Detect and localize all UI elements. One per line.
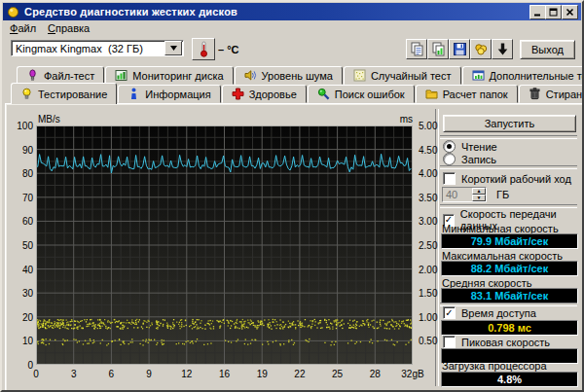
temperature-label: – °C <box>218 44 239 55</box>
tab-information[interactable]: Информация <box>118 85 220 103</box>
tab-testing[interactable]: Тестирование <box>11 83 117 104</box>
down-arrow-icon <box>495 42 510 56</box>
tab-health[interactable]: Здоровье <box>222 85 307 103</box>
y-axis-left-tick: 60 <box>8 216 33 227</box>
tab-label: Мониторинг диска <box>132 70 223 82</box>
separator <box>440 135 577 139</box>
y-axis-left-tick: 30 <box>8 288 33 299</box>
tab-erase[interactable]: Стирание <box>519 85 584 103</box>
access-time-checkbox[interactable]: ✓ Время доступа <box>443 306 536 319</box>
tab-noise-level[interactable]: Уровень шума <box>235 66 343 85</box>
drive-name: Kingmax Kingmax <box>16 43 108 54</box>
thermometer-icon <box>197 41 211 57</box>
checkbox-box: ✓ <box>443 306 456 319</box>
gb-unit-label: ГБ <box>496 189 509 200</box>
separator <box>440 165 577 169</box>
folder-calc-icon <box>425 88 438 100</box>
tab-label: Стирание <box>546 89 584 100</box>
close-icon <box>566 8 574 17</box>
right-axis-unit: ms <box>389 114 413 125</box>
tab-error-search[interactable]: Поиск ошибок <box>308 85 415 103</box>
radio-write[interactable]: Запись <box>443 153 496 165</box>
tab-label: Здоровье <box>249 89 297 100</box>
avg-speed-value: 83.1 Мбайт/сек <box>441 288 578 303</box>
x-axis-tick: 25 <box>322 369 353 379</box>
y-axis-left-tick: 90 <box>8 145 33 156</box>
close-button[interactable] <box>562 5 578 19</box>
title-bar: Средство диагностики жестких дисков <box>3 3 581 20</box>
minimize-icon <box>533 8 542 17</box>
radio-read-label: Чтение <box>461 141 497 153</box>
tab-additional-tests[interactable]: Дополнительные тесты <box>462 66 584 85</box>
max-speed-value: 88.2 Мбайт/сек <box>441 261 578 276</box>
menu-help[interactable]: Справка <box>48 22 90 34</box>
menu-bar: Файл Справка <box>3 20 584 35</box>
coins-button[interactable] <box>470 39 492 59</box>
min-speed-value: 79.9 Мбайт/сек <box>441 233 578 249</box>
spin-up-icon[interactable]: ▲ <box>472 188 486 195</box>
minimize-button[interactable] <box>529 5 546 19</box>
y-axis-left-tick: 70 <box>8 193 33 203</box>
cpu-usage-value: 4.8% <box>441 372 578 387</box>
x-axis-tick: 32gB <box>397 369 428 379</box>
drive-select[interactable]: Kingmax Kingmax (32 ГБ) <box>11 40 184 56</box>
tab-row-front: Тестирование Информация Здоровье Поиск о… <box>11 85 584 106</box>
copy-icon <box>410 42 424 56</box>
spinner-value: 40 <box>443 188 472 201</box>
health-icon <box>232 88 244 100</box>
copy-button[interactable] <box>406 39 427 59</box>
x-axis-tick: 9 <box>133 369 164 379</box>
radio-read[interactable]: Чтение <box>443 140 497 153</box>
short-stroke-label: Короткий рабочий ход <box>461 173 571 185</box>
x-axis-tick: 28 <box>359 369 390 379</box>
x-axis-tick: 3 <box>58 369 90 379</box>
checkbox-box <box>443 172 456 185</box>
tab-random-test[interactable]: Случайный тест <box>344 66 461 85</box>
exit-button[interactable]: Выход <box>520 40 575 59</box>
y-axis-left-tick: 10 <box>8 336 33 346</box>
tab-disk-monitor[interactable]: Мониторинг диска <box>105 66 233 85</box>
drive-select-arrow[interactable] <box>164 41 182 55</box>
erase-icon <box>529 88 541 100</box>
access-time-value: 0.798 мс <box>441 320 578 336</box>
y-axis-left-tick: 80 <box>8 168 33 179</box>
temperature-button[interactable] <box>192 38 215 60</box>
y-axis-left-tick: 40 <box>8 265 33 275</box>
access-time-label: Время доступа <box>461 307 536 319</box>
tab-label: Случайный тест <box>371 70 452 82</box>
spinner-buttons[interactable]: ▲▼ <box>472 188 486 201</box>
download-button[interactable] <box>492 39 513 59</box>
tab-folder-calc[interactable]: Расчет папок <box>416 85 518 103</box>
coins-icon <box>474 42 489 56</box>
file-test-icon <box>26 69 39 82</box>
save-icon <box>453 42 467 56</box>
save-button[interactable] <box>449 39 470 59</box>
left-axis-unit: MB/s <box>38 114 60 125</box>
app-icon <box>7 6 19 18</box>
tab-label: Информация <box>145 89 210 100</box>
maximize-button[interactable] <box>545 5 562 19</box>
menu-file[interactable]: Файл <box>10 22 36 34</box>
radio-write-label: Запись <box>461 154 496 165</box>
x-axis-tick: 6 <box>95 369 127 379</box>
noise-level-icon <box>244 69 257 82</box>
chevron-down-icon <box>170 46 177 51</box>
tab-label: Файл-тест <box>44 70 94 82</box>
spin-down-icon[interactable]: ▼ <box>472 195 486 201</box>
start-button[interactable]: Запустить <box>443 115 576 132</box>
short-stroke-size-spinner[interactable]: 40 ▲▼ <box>442 187 487 202</box>
tab-label: Уровень шума <box>262 70 333 82</box>
short-stroke-checkbox[interactable]: Короткий рабочий ход <box>443 172 571 185</box>
additional-tests-icon <box>472 69 485 82</box>
random-test-icon <box>353 69 366 82</box>
burst-rate-checkbox[interactable]: Пиковая скорость <box>443 336 550 348</box>
checkbox-box <box>443 336 456 348</box>
x-axis-tick: 12 <box>171 369 202 379</box>
disk-monitor-icon <box>115 69 128 82</box>
x-axis-tick: 16 <box>209 369 240 379</box>
tab-label: Тестирование <box>38 89 107 100</box>
radio-dot <box>443 140 456 153</box>
copy-report-button[interactable] <box>427 39 449 59</box>
drive-capacity: (32 ГБ) <box>108 43 143 54</box>
testing-icon <box>20 88 33 100</box>
